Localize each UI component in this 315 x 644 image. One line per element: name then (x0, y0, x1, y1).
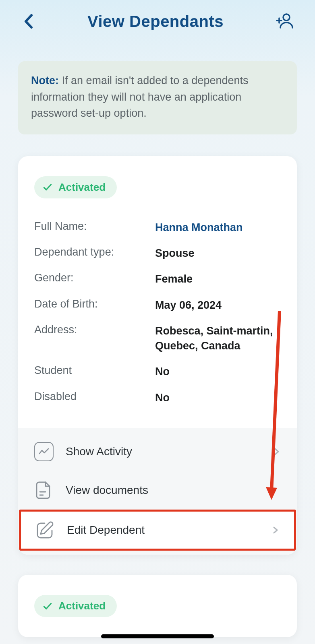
field-value: No (155, 390, 281, 405)
field-label: Dependant type: (34, 246, 155, 260)
add-dependant-button[interactable] (275, 11, 295, 31)
field-address: Address: Robesca, Saint-martin, Quebec, … (34, 318, 281, 359)
field-value: May 06, 2024 (155, 298, 281, 312)
dependant-card-body: Activated Full Name: Hanna Monathan Depe… (18, 156, 297, 429)
note-label: Note: (31, 74, 59, 87)
check-icon (42, 182, 53, 192)
field-label: Address: (34, 324, 155, 353)
home-indicator (101, 634, 214, 638)
field-student: Student No (34, 359, 281, 384)
view-documents-row[interactable]: View documents (18, 471, 297, 510)
field-full-name: Full Name: Hanna Monathan (34, 215, 281, 240)
activity-icon (34, 442, 54, 461)
chevron-left-icon (23, 14, 33, 29)
field-label: Disabled (34, 390, 155, 405)
field-label: Gender: (34, 272, 155, 286)
field-value: Spouse (155, 246, 281, 260)
field-dependant-type: Dependant type: Spouse (34, 240, 281, 266)
app-header: View Dependants (0, 0, 315, 41)
edit-icon (35, 520, 55, 540)
check-icon (42, 601, 53, 611)
dependant-actions: Show Activity View documents (18, 428, 297, 555)
action-label: View documents (66, 484, 281, 497)
field-dob: Date of Birth: May 06, 2024 (34, 292, 281, 318)
field-value: Female (155, 272, 281, 286)
field-label: Date of Birth: (34, 298, 155, 312)
field-label: Student (34, 364, 155, 379)
back-button[interactable] (20, 13, 36, 29)
svg-point-0 (283, 14, 290, 21)
field-value: Robesca, Saint-martin, Quebec, Canada (155, 324, 281, 353)
chevron-right-icon (273, 448, 281, 456)
show-activity-row[interactable]: Show Activity (18, 432, 297, 471)
field-label: Full Name: (34, 220, 155, 235)
chevron-right-icon (271, 526, 280, 534)
dependant-card: Activated Full Name: Hanna Monathan Depe… (18, 156, 297, 555)
dependant-card-2-body: Activated (18, 575, 297, 637)
status-badge: Activated (34, 176, 117, 198)
status-text: Activated (58, 181, 106, 194)
field-disabled: Disabled No (34, 385, 281, 411)
note-text: If an email isn't added to a dependents … (31, 74, 248, 119)
action-label: Edit Dependent (67, 524, 259, 537)
status-text: Activated (58, 600, 106, 612)
edit-dependent-row[interactable]: Edit Dependent (19, 510, 296, 551)
status-badge: Activated (34, 595, 117, 617)
info-note: Note: If an email isn't added to a depen… (18, 61, 297, 134)
field-value: Hanna Monathan (155, 220, 281, 235)
field-gender: Gender: Female (34, 266, 281, 292)
field-value: No (155, 364, 281, 379)
dependant-card-2: Activated (18, 575, 297, 637)
add-user-icon (275, 12, 294, 31)
document-icon (34, 481, 54, 500)
page-title: View Dependants (36, 12, 275, 31)
action-label: Show Activity (66, 445, 261, 458)
